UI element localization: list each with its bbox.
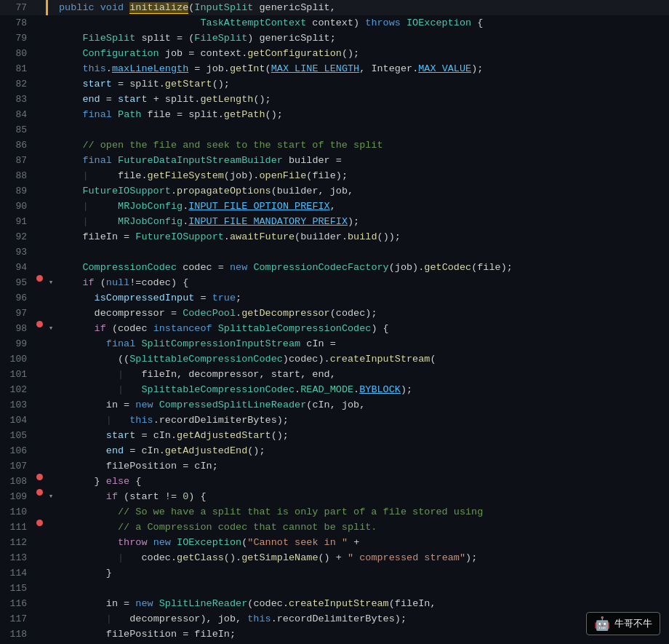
line-number: 99 xyxy=(0,336,33,351)
breakpoint-dot[interactable] xyxy=(36,474,43,480)
breakpoint-col[interactable] xyxy=(33,275,46,282)
code-line: 106 end = cIn.getAdjustedEnd(); xyxy=(0,443,669,458)
code-line: 85 xyxy=(0,122,669,138)
line-number: 91 xyxy=(0,214,33,229)
watermark: 🤖 牛哥不牛 xyxy=(586,612,660,635)
code-content: start = cIn.getAdjustedStart(); xyxy=(56,428,669,443)
code-content: | this.recordDelimiterBytes); xyxy=(56,413,669,428)
code-content: filePosition = fileIn; xyxy=(56,627,669,642)
line-number: 94 xyxy=(0,260,33,275)
code-content: } xyxy=(56,565,669,581)
line-number: 80 xyxy=(0,46,33,61)
fold-col[interactable]: ▾ xyxy=(46,489,56,504)
code-content: if (start != 0) { xyxy=(56,489,669,504)
code-line: 79 FileSplit split = (FileSplit) generic… xyxy=(0,31,669,46)
code-line: 93 xyxy=(0,245,669,260)
line-number: 79 xyxy=(0,31,33,46)
line-number: 106 xyxy=(0,443,33,458)
code-content: | fileIn, decompressor, start, end, xyxy=(56,367,669,382)
code-line: 90 | MRJobConfig.INPUT_FILE_OPTION_PREFI… xyxy=(0,199,669,214)
code-content: // a Compression codec that cannot be sp… xyxy=(56,520,669,535)
line-number: 116 xyxy=(0,596,33,611)
breakpoint-col[interactable] xyxy=(33,489,46,496)
code-content: | file.getFileSystem(job).openFile(file)… xyxy=(56,168,669,183)
code-content: final Path file = split.getPath(); xyxy=(56,107,669,122)
code-line: 78 TaskAttemptContext context) throws IO… xyxy=(0,15,669,31)
line-number: 92 xyxy=(0,229,33,245)
line-number: 77 xyxy=(0,0,33,15)
line-number: 82 xyxy=(0,76,33,92)
fold-col[interactable]: ▾ xyxy=(46,321,56,336)
code-line: 94 CompressionCodec codec = new Compress… xyxy=(0,260,669,275)
code-content: | codec.getClass().getSimpleName() + " c… xyxy=(56,550,669,565)
code-line: 87 final FutureDataInputStreamBuilder bu… xyxy=(0,153,669,168)
line-number: 105 xyxy=(0,428,33,443)
code-content: start = split.getStart(); xyxy=(56,76,669,92)
code-content: Configuration job = context.getConfigura… xyxy=(56,46,669,61)
code-line: 77public void initialize(InputSplit gene… xyxy=(0,0,669,15)
code-content: final SplitCompressionInputStream cIn = xyxy=(56,336,669,351)
code-line: 82 start = split.getStart(); xyxy=(0,76,669,92)
line-number: 88 xyxy=(0,168,33,183)
code-editor: 77public void initialize(InputSplit gene… xyxy=(0,0,669,644)
code-line: 97 decompressor = CodecPool.getDecompres… xyxy=(0,306,669,321)
code-line: 107 filePosition = cIn; xyxy=(0,458,669,474)
code-line: 116 in = new SplitLineReader(codec.creat… xyxy=(0,596,669,611)
code-content: public void initialize(InputSplit generi… xyxy=(56,0,669,15)
breakpoint-col[interactable] xyxy=(33,321,46,327)
code-content: isCompressedInput = true; xyxy=(56,290,669,306)
line-number: 98 xyxy=(0,321,33,336)
code-line: 99 final SplitCompressionInputStream cIn… xyxy=(0,336,669,351)
breakpoint-col[interactable] xyxy=(33,474,46,480)
line-number: 112 xyxy=(0,535,33,550)
line-number: 97 xyxy=(0,306,33,321)
code-content: ((SplittableCompressionCodec)codec).crea… xyxy=(56,351,669,367)
code-line: 80 Configuration job = context.getConfig… xyxy=(0,46,669,61)
line-number: 102 xyxy=(0,382,33,397)
fold-icon[interactable]: ▾ xyxy=(49,321,54,336)
code-content: | decompressor), job, this.recordDelimit… xyxy=(56,611,669,627)
code-content: TaskAttemptContext context) throws IOExc… xyxy=(56,15,669,31)
code-line: 88 | file.getFileSystem(job).openFile(fi… xyxy=(0,168,669,183)
code-content: FutureIOSupport.propagateOptions(builder… xyxy=(56,183,669,199)
code-line: 114 } xyxy=(0,565,669,581)
code-line: 104 | this.recordDelimiterBytes); xyxy=(0,413,669,428)
line-number: 87 xyxy=(0,153,33,168)
code-line: 117 | decompressor), job, this.recordDel… xyxy=(0,611,669,627)
fold-col[interactable]: ▾ xyxy=(46,275,56,290)
line-number: 100 xyxy=(0,351,33,367)
fold-icon[interactable]: ▾ xyxy=(49,275,54,290)
line-number: 110 xyxy=(0,504,33,520)
breakpoint-dot[interactable] xyxy=(36,520,43,526)
line-number: 89 xyxy=(0,183,33,199)
code-line: 96 isCompressedInput = true; xyxy=(0,290,669,306)
code-content: in = new CompressedSplitLineReader(cIn, … xyxy=(56,397,669,413)
code-line: 81 this.maxLineLength = job.getInt(MAX_L… xyxy=(0,61,669,76)
line-number: 111 xyxy=(0,520,33,535)
code-line: 100 ((SplittableCompressionCodec)codec).… xyxy=(0,351,669,367)
code-content: | SplittableCompressionCodec.READ_MODE.B… xyxy=(56,382,669,397)
breakpoint-dot[interactable] xyxy=(36,321,43,327)
breakpoint-dot[interactable] xyxy=(36,275,43,282)
code-line: 102 | SplittableCompressionCodec.READ_MO… xyxy=(0,382,669,397)
code-line: 111 // a Compression codec that cannot b… xyxy=(0,520,669,535)
code-content: end = cIn.getAdjustedEnd(); xyxy=(56,443,669,458)
line-number: 118 xyxy=(0,627,33,642)
breakpoint-dot[interactable] xyxy=(36,489,43,496)
code-line: 84 final Path file = split.getPath(); xyxy=(0,107,669,122)
fold-icon[interactable]: ▾ xyxy=(49,489,54,504)
line-number: 93 xyxy=(0,245,33,260)
code-line: 109▾ if (start != 0) { xyxy=(0,489,669,504)
breakpoint-col[interactable] xyxy=(33,520,46,526)
line-number: 114 xyxy=(0,565,33,581)
code-line: 86 // open the file and seek to the star… xyxy=(0,138,669,153)
code-line: 115 xyxy=(0,581,669,596)
line-number: 115 xyxy=(0,581,33,596)
line-number: 95 xyxy=(0,275,33,290)
watermark-text: 牛哥不牛 xyxy=(614,617,652,630)
line-number: 104 xyxy=(0,413,33,428)
code-content: if (codec instanceof SplittableCompressi… xyxy=(56,321,669,336)
code-content: throw new IOException("Cannot seek in " … xyxy=(56,535,669,550)
line-number: 83 xyxy=(0,92,33,107)
line-number: 81 xyxy=(0,61,33,76)
